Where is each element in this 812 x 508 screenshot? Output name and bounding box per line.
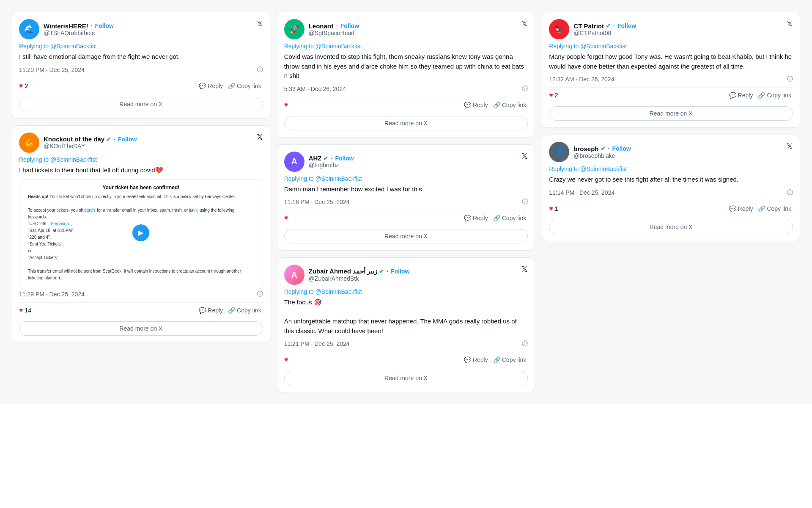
x-logo-6[interactable]: 𝕏 (787, 19, 793, 28)
info-icon-3[interactable]: ⓘ (522, 85, 528, 93)
info-icon-7[interactable]: ⓘ (787, 189, 793, 196)
tweet-text-7: Crazy we never got to see this fight aft… (549, 175, 793, 185)
verified-icon-2: ✔ (106, 136, 111, 143)
tweet-header-left-6: 🦅 CT Patriot ✔ · Follow @CTPatriot08 (549, 19, 636, 39)
name-text-6: CT Patriot (573, 22, 604, 30)
follow-button-1[interactable]: Follow (95, 22, 114, 29)
copy-button-3[interactable]: 🔗 Copy link (491, 101, 528, 109)
reply-button-3[interactable]: 💬 Reply (462, 101, 490, 109)
info-icon-2[interactable]: ⓘ (257, 290, 263, 298)
heart-icon-5[interactable]: ♥ (284, 356, 288, 364)
reply-button-7[interactable]: 💬 Reply (727, 204, 755, 213)
tweet-actions-5: ♥ 💬 Reply 🔗 Copy link (284, 352, 528, 367)
follow-button-2[interactable]: Follow (118, 136, 137, 143)
separator-1: · (91, 22, 93, 29)
verified-icon-6: ✔ (606, 22, 611, 29)
copy-button-1[interactable]: 🔗 Copy link (226, 82, 263, 90)
column-center: 🚀 Leonard · Follow @SgtSpaceHead 𝕏 Reply… (274, 8, 539, 396)
copy-button-5[interactable]: 🔗 Copy link (491, 356, 528, 364)
copy-button-4[interactable]: 🔗 Copy link (491, 214, 528, 222)
replying-to-2: Replying to @SpinninBackfist (19, 156, 263, 163)
handle-4: @tughrulhz (309, 162, 354, 168)
reply-button-6[interactable]: 💬 Reply (727, 91, 755, 99)
x-logo-4[interactable]: 𝕏 (521, 152, 528, 161)
replying-to-3: Replying to @SpinninBackfist (284, 43, 528, 50)
display-name-5: Zubair Ahmed زبير أحمد ✔ · Follow (309, 268, 410, 275)
tweet-header-left-1: 🌊 WinterisHERE! · Follow @TSLAQrabbithol… (19, 19, 114, 39)
heart-icon-7[interactable]: ♥ (549, 205, 553, 213)
follow-button-4[interactable]: Follow (335, 155, 354, 162)
name-text-4: AHZ (309, 155, 322, 162)
read-more-btn-7[interactable]: Read more on X (549, 220, 793, 234)
handle-3: @SgtSpaceHead (309, 30, 359, 36)
column-right: 🦅 CT Patriot ✔ · Follow @CTPatriot08 𝕏 R… (538, 8, 804, 396)
tweet-actions-2: ♥ 14 💬 Reply 🔗 Copy link (19, 302, 263, 318)
follow-button-6[interactable]: Follow (617, 22, 636, 29)
info-icon-1[interactable]: ⓘ (257, 66, 263, 74)
read-more-btn-4[interactable]: Read more on X (284, 229, 528, 243)
user-info-1: WinterisHERE! · Follow @TSLAQrabbithole (44, 22, 114, 36)
heart-icon-4[interactable]: ♥ (284, 214, 288, 222)
reply-icon-4: 💬 (464, 215, 471, 221)
tweet-actions-6: ♥ 2 💬 Reply 🔗 Copy link (549, 87, 793, 103)
heart-icon-1[interactable]: ♥ (19, 82, 23, 90)
read-more-btn-5[interactable]: Read more on X (284, 371, 528, 385)
read-more-btn-6[interactable]: Read more on X (549, 106, 793, 121)
display-name-1: WinterisHERE! · Follow (44, 22, 114, 30)
info-icon-5[interactable]: ⓘ (522, 340, 528, 348)
tweet-header-2: 💪 Knockout of the day ✔ · Follow @KOofTh… (19, 133, 263, 153)
follow-button-7[interactable]: Follow (612, 145, 631, 152)
avatar-1: 🌊 (19, 19, 39, 39)
heart-icon-6[interactable]: ♥ (549, 91, 553, 99)
tweet-header-7: 👤 broseph ✔ · Follow @brosephblake 𝕏 (549, 142, 793, 162)
heart-icon-3[interactable]: ♥ (284, 101, 288, 109)
tweet-text-4: Damn man I remember how excited I was fo… (284, 185, 528, 194)
copy-button-7[interactable]: 🔗 Copy link (756, 204, 793, 213)
ticket-title: Your ticket has been confirmed! (24, 184, 258, 192)
copy-button-6[interactable]: 🔗 Copy link (756, 91, 793, 99)
heart-count-1: 2 (25, 83, 28, 89)
display-name-3: Leonard · Follow (309, 22, 359, 30)
reply-button-5[interactable]: 💬 Reply (462, 356, 490, 364)
x-logo-5[interactable]: 𝕏 (521, 265, 528, 274)
tweet-header-left-4: A AHZ ✔ · Follow @tughrulhz (284, 152, 354, 172)
tweet-header-1: 🌊 WinterisHERE! · Follow @TSLAQrabbithol… (19, 19, 263, 39)
reply-button-1[interactable]: 💬 Reply (197, 82, 225, 90)
avatar-4: A (284, 152, 304, 172)
read-more-btn-1[interactable]: Read more on X (19, 97, 263, 111)
user-info-3: Leonard · Follow @SgtSpaceHead (309, 22, 359, 36)
play-button-overlay[interactable]: ▶ (132, 224, 149, 241)
read-more-btn-3[interactable]: Read more on X (284, 116, 528, 130)
copy-button-2[interactable]: 🔗 Copy link (226, 306, 263, 315)
avatar-3: 🚀 (284, 19, 304, 39)
x-logo-3[interactable]: 𝕏 (521, 19, 528, 28)
tweet-header-4: A AHZ ✔ · Follow @tughrulhz 𝕏 (284, 152, 528, 172)
tweet-timestamp-3: 5:33 AM · Dec 26, 2024 ⓘ (284, 85, 528, 93)
reply-button-4[interactable]: 💬 Reply (462, 214, 490, 222)
follow-button-3[interactable]: Follow (340, 22, 359, 29)
heart-icon-2[interactable]: ♥ (19, 306, 23, 314)
x-logo-1[interactable]: 𝕏 (257, 19, 263, 28)
tweet-text-3: Covid was invented to stop this fight, t… (284, 52, 528, 81)
info-icon-4[interactable]: ⓘ (522, 198, 528, 206)
tweet-header-3: 🚀 Leonard · Follow @SgtSpaceHead 𝕏 (284, 19, 528, 39)
read-more-btn-2[interactable]: Read more on X (19, 321, 263, 336)
user-info-4: AHZ ✔ · Follow @tughrulhz (309, 155, 354, 168)
tweet-timestamp-1: 11:20 PM · Dec 25, 2024 ⓘ (19, 66, 263, 74)
tweet-timestamp-7: 11:14 PM · Dec 25, 2024 ⓘ (549, 189, 793, 196)
reply-icon-6: 💬 (729, 92, 736, 99)
x-logo-7[interactable]: 𝕏 (787, 142, 793, 151)
replying-to-7: Replying to @SpinninBackfist (549, 166, 793, 172)
info-icon-6[interactable]: ⓘ (787, 75, 793, 83)
tweet-timestamp-4: 11:18 PM · Dec 25, 2024 ⓘ (284, 198, 528, 206)
x-logo-2[interactable]: 𝕏 (257, 133, 263, 142)
handle-2: @KOofTheDAY (44, 143, 137, 149)
name-text-5: Zubair Ahmed زبير أحمد (309, 268, 378, 275)
follow-button-5[interactable]: Follow (391, 268, 409, 275)
reply-button-2[interactable]: 💬 Reply (197, 306, 225, 315)
replying-to-6: Replying to @SpinninBackfist (549, 43, 793, 50)
avatar-2: 💪 (19, 133, 39, 153)
avatar-7: 👤 (549, 142, 569, 162)
tweet-card-7: 👤 broseph ✔ · Follow @brosephblake 𝕏 Rep… (542, 135, 800, 241)
link-icon-2: 🔗 (228, 307, 235, 314)
